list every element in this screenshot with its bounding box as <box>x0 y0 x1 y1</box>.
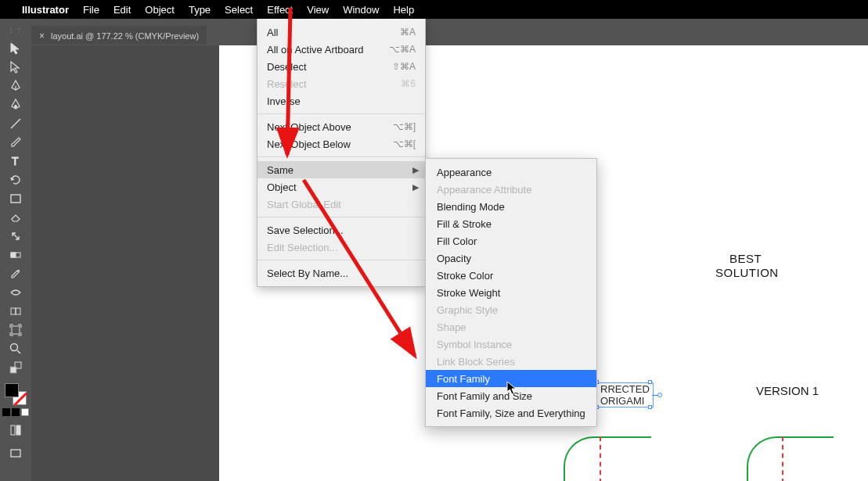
svg-point-9 <box>11 344 18 351</box>
submenu-item-shape: Shape <box>426 318 596 336</box>
gradient-tool[interactable] <box>5 246 27 264</box>
menu-separator <box>258 113 425 114</box>
line-tool[interactable] <box>5 114 27 133</box>
menu-separator <box>258 217 425 217</box>
selection-handle[interactable] <box>648 405 652 409</box>
app-name[interactable]: Illustrator <box>22 4 69 16</box>
svg-rect-15 <box>11 450 20 457</box>
zoom-tool[interactable] <box>5 339 27 358</box>
menu-edit[interactable]: Edit <box>113 4 131 16</box>
rectangle-tool[interactable] <box>5 189 27 208</box>
selected-text-line1: RRECTED <box>600 383 650 395</box>
menu-separator <box>258 260 425 260</box>
screen-mode-icon[interactable] <box>5 444 27 463</box>
art-text-version: VERSION 1 <box>756 384 819 397</box>
selection-tool[interactable] <box>5 39 27 58</box>
menu-type[interactable]: Type <box>189 4 211 16</box>
left-panel-background <box>0 45 219 481</box>
svg-rect-14 <box>16 425 20 435</box>
document-tab[interactable]: × layout.ai @ 177.22 % (CMYK/Preview) <box>31 26 207 45</box>
menu-select[interactable]: Select <box>225 4 253 16</box>
rotation-handle[interactable] <box>657 393 662 397</box>
submenu-arrow-icon: ▶ <box>412 165 419 175</box>
menu-help[interactable]: Help <box>393 4 414 16</box>
submenu-item-appearance-attribute: Appearance Attribute <box>426 181 596 198</box>
default-swatches-icon[interactable] <box>2 408 29 416</box>
svg-line-1 <box>11 119 20 128</box>
svg-rect-11 <box>10 367 16 373</box>
svg-line-10 <box>17 350 20 354</box>
svg-text:T: T <box>12 155 19 167</box>
document-tab-bar: × layout.ai @ 177.22 % (CMYK/Preview) <box>31 19 207 45</box>
menu-view[interactable]: View <box>307 4 329 16</box>
fill-stroke-swatches[interactable] <box>5 383 27 405</box>
document-tab-label: layout.ai @ 177.22 % (CMYK/Preview) <box>51 31 199 41</box>
menu-item-all-on-active-artboard[interactable]: All on Active Artboard⌥⌘A <box>258 41 425 58</box>
artboard-tool[interactable] <box>5 321 27 339</box>
close-icon[interactable]: × <box>39 31 45 41</box>
selected-text-line2: ORIGAMI <box>600 395 650 407</box>
menu-item-object[interactable]: Object▶ <box>258 178 425 196</box>
draw-mode-icon[interactable] <box>5 421 27 440</box>
select-menu-dropdown: All⌘A All on Active Artboard⌥⌘A Deselect… <box>257 19 426 287</box>
blend-tool[interactable] <box>5 302 27 321</box>
menu-item-select-by-name[interactable]: Select By Name... <box>258 264 425 282</box>
artwork-dashed-line <box>782 436 783 481</box>
mac-menu-bar: Illustrator File Edit Object Type Select… <box>0 0 868 19</box>
eraser-tool[interactable] <box>5 208 27 227</box>
submenu-item-link-block-series: Link Block Series <box>426 353 596 370</box>
selection-handle[interactable] <box>648 380 652 384</box>
submenu-item-blending-mode[interactable]: Blending Mode <box>426 198 596 215</box>
menu-effect[interactable]: Effect <box>267 4 293 16</box>
menu-item-reselect: Reselect⌘6 <box>258 75 425 92</box>
menu-separator <box>258 156 425 157</box>
panel-grip-icon[interactable]: ⋮⋮ <box>8 27 23 34</box>
svg-rect-13 <box>11 425 15 435</box>
svg-rect-8 <box>12 326 20 334</box>
width-tool[interactable] <box>5 283 27 302</box>
artwork-dashed-line <box>600 436 601 481</box>
svg-rect-7 <box>16 308 20 314</box>
svg-rect-6 <box>11 308 16 314</box>
fill-stroke-swap-icon[interactable] <box>5 358 27 377</box>
type-tool[interactable]: T <box>5 152 27 171</box>
menu-window[interactable]: Window <box>343 4 379 16</box>
submenu-item-fill-color[interactable]: Fill Color <box>426 232 596 249</box>
menu-item-start-global-edit: Start Global Edit <box>258 196 425 213</box>
art-text-solution: SOLUTION <box>715 266 779 279</box>
mouse-cursor-icon <box>506 381 517 395</box>
artwork-line <box>601 436 651 438</box>
submenu-item-graphic-style: Graphic Style <box>426 301 596 318</box>
scale-tool[interactable] <box>5 227 27 246</box>
curvature-tool[interactable] <box>5 95 27 114</box>
submenu-item-symbol-instance: Symbol Instance <box>426 336 596 353</box>
submenu-item-font-family-size-everything[interactable]: Font Family, Size and Everything <box>426 404 596 422</box>
menu-item-save-selection[interactable]: Save Selection... <box>258 221 425 239</box>
menu-file[interactable]: File <box>83 4 99 16</box>
submenu-item-fill-and-stroke[interactable]: Fill & Stroke <box>426 215 596 232</box>
menu-item-all[interactable]: All⌘A <box>258 23 425 41</box>
submenu-item-appearance[interactable]: Appearance <box>426 163 596 181</box>
fill-swatch[interactable] <box>5 383 19 397</box>
pen-tool[interactable] <box>5 77 27 95</box>
menu-item-same[interactable]: Same▶ <box>258 161 425 178</box>
selected-text-object[interactable]: RRECTED ORIGAMI <box>596 382 654 407</box>
submenu-item-opacity[interactable]: Opacity <box>426 249 596 267</box>
menu-item-next-object-below[interactable]: Next Object Below⌥⌘[ <box>258 135 425 153</box>
menu-item-deselect[interactable]: Deselect⇧⌘A <box>258 58 425 75</box>
menu-object[interactable]: Object <box>145 4 175 16</box>
submenu-arrow-icon: ▶ <box>412 182 419 192</box>
eyedropper-tool[interactable] <box>5 264 27 283</box>
submenu-item-stroke-weight[interactable]: Stroke Weight <box>426 284 596 301</box>
tools-panel: ⋮⋮ T <box>0 19 31 481</box>
menu-item-edit-selection: Edit Selection... <box>258 239 425 256</box>
menu-item-next-object-above[interactable]: Next Object Above⌥⌘] <box>258 118 425 135</box>
artwork-line <box>783 436 834 438</box>
direct-selection-tool[interactable] <box>5 58 27 77</box>
art-text-best: BEST <box>729 252 762 265</box>
paintbrush-tool[interactable] <box>5 133 27 152</box>
rotate-tool[interactable] <box>5 171 27 189</box>
svg-point-0 <box>15 106 17 108</box>
menu-item-inverse[interactable]: Inverse <box>258 92 425 109</box>
submenu-item-stroke-color[interactable]: Stroke Color <box>426 267 596 284</box>
